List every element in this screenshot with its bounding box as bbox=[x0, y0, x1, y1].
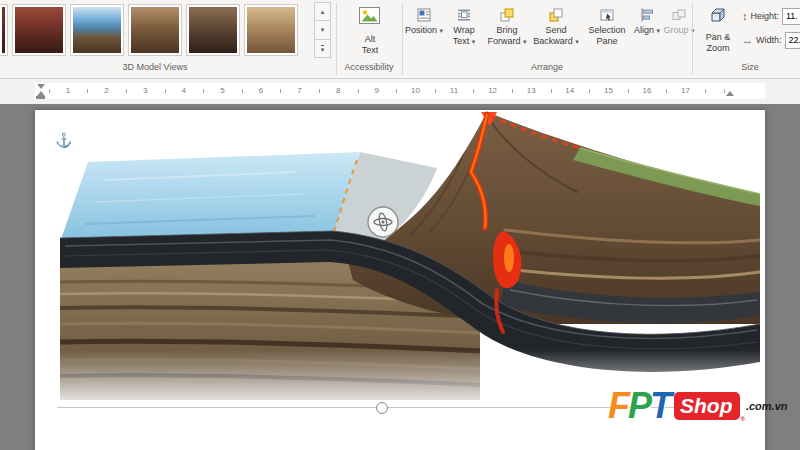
width-spinbox: ▲▼ bbox=[785, 32, 800, 49]
wrap-text-button[interactable]: Wrap Text ▾ bbox=[444, 2, 484, 60]
fpt-letter-t: T bbox=[650, 388, 670, 424]
pan-zoom-label: Pan & Zoom bbox=[701, 32, 735, 53]
group-label-accessibility: Accessibility bbox=[336, 62, 402, 72]
gallery-scroll-up-button[interactable]: ▴ bbox=[314, 2, 331, 21]
right-indent-marker[interactable] bbox=[726, 91, 734, 96]
width-row: ↔ Width: ▲▼ bbox=[742, 30, 800, 50]
ruler-number: 8 bbox=[336, 86, 340, 95]
alt-text-button[interactable]: Alt Text bbox=[340, 2, 400, 60]
height-row: ↕ Height: ▲▼ bbox=[742, 6, 800, 26]
model-view-thumbnail[interactable] bbox=[0, 4, 8, 56]
left-indent-marker[interactable] bbox=[36, 96, 45, 99]
chevron-down-icon: ▾ bbox=[575, 38, 579, 45]
arrange-group: Position ▾ Wrap Text ▾ Bring Forward ▾ S… bbox=[404, 2, 696, 60]
ruler-number: 5 bbox=[220, 86, 224, 95]
selection-pane-button[interactable]: Selection Pane bbox=[582, 2, 632, 60]
model-view-thumbnail[interactable] bbox=[128, 4, 182, 56]
model-view-thumbnail[interactable] bbox=[186, 4, 240, 56]
ruler-number: 15 bbox=[604, 86, 613, 95]
gallery-scroll-down-button[interactable]: ▾ bbox=[314, 21, 331, 39]
ruler-number: 16 bbox=[643, 86, 652, 95]
bring-forward-button[interactable]: Bring Forward ▾ bbox=[484, 2, 530, 60]
width-input[interactable] bbox=[786, 33, 800, 48]
gallery-scroll-controls: ▴ ▾ ▾ bbox=[314, 2, 331, 58]
gallery-more-button[interactable]: ▾ bbox=[314, 40, 331, 58]
ruler-number: 10 bbox=[411, 86, 420, 95]
group-label-arrange: Arrange bbox=[402, 62, 692, 72]
ruler-number: 11 bbox=[450, 86, 458, 95]
selection-resize-handle[interactable] bbox=[376, 402, 388, 414]
chevron-down-icon: ▾ bbox=[657, 27, 661, 34]
model-view-thumbnail[interactable] bbox=[70, 4, 124, 56]
word-window: ▴ ▾ ▾ 3D Model Views Alt Text Accessibil… bbox=[0, 0, 800, 450]
ruler-number: 7 bbox=[297, 86, 301, 95]
height-label: Height: bbox=[751, 11, 780, 21]
pan-zoom-button[interactable]: Pan & Zoom bbox=[696, 2, 740, 60]
ruler-number: 6 bbox=[259, 86, 263, 95]
fpt-letter-p: P bbox=[628, 388, 650, 424]
gallery-more-icon: ▾ bbox=[321, 45, 325, 52]
position-icon bbox=[416, 5, 432, 25]
height-input[interactable] bbox=[783, 9, 800, 24]
ruler: 1234567891011121314151617 bbox=[0, 79, 800, 104]
ruler-track: 1234567891011121314151617 bbox=[35, 83, 765, 99]
width-label: Width: bbox=[756, 35, 782, 45]
model-views-gallery bbox=[0, 2, 298, 58]
ruler-number: 17 bbox=[681, 86, 690, 95]
group-button: Group ▾ bbox=[662, 2, 696, 60]
ruler-number: 14 bbox=[565, 86, 574, 95]
ruler-number: 4 bbox=[182, 86, 186, 95]
send-backward-button[interactable]: Send Backward ▾ bbox=[530, 2, 582, 60]
3d-model-object[interactable] bbox=[35, 110, 765, 410]
selection-pane-icon bbox=[599, 5, 615, 25]
align-button[interactable]: Align ▾ bbox=[632, 2, 662, 60]
ruler-number: 3 bbox=[143, 86, 147, 95]
fpt-shop-badge: Shop bbox=[674, 392, 740, 420]
fpt-domain: .com.vn bbox=[746, 400, 788, 412]
chevron-down-icon: ▾ bbox=[523, 38, 527, 45]
ruler-number: 9 bbox=[375, 86, 379, 95]
group-label-3d-model-views: 3D Model Views bbox=[0, 62, 310, 72]
ribbon: ▴ ▾ ▾ 3D Model Views Alt Text Accessibil… bbox=[0, 0, 800, 79]
size-fields: ↕ Height: ▲▼ ↔ Width: ▲▼ bbox=[742, 6, 800, 54]
alt-text-icon bbox=[358, 5, 382, 31]
wrap-text-icon bbox=[456, 5, 472, 25]
ruler-number: 2 bbox=[104, 86, 108, 95]
first-line-indent-marker[interactable] bbox=[37, 84, 45, 89]
height-spinbox: ▲▼ bbox=[782, 8, 800, 25]
group-label-size: Size bbox=[692, 62, 800, 72]
pan-zoom-cube-icon bbox=[708, 5, 728, 29]
registered-mark: ® bbox=[741, 416, 745, 422]
fpt-letter-f: F bbox=[608, 388, 628, 424]
model-view-thumbnail[interactable] bbox=[244, 4, 298, 56]
ruler-number: 13 bbox=[527, 86, 536, 95]
rotate-3d-handle[interactable] bbox=[368, 207, 398, 237]
alt-text-label: Alt Text bbox=[356, 34, 384, 55]
width-icon: ↔ bbox=[742, 34, 753, 46]
model-view-thumbnail[interactable] bbox=[12, 4, 66, 56]
align-icon bbox=[639, 5, 655, 25]
bring-forward-icon bbox=[499, 5, 515, 25]
chevron-down-icon: ▾ bbox=[472, 38, 476, 45]
ruler-number: 1 bbox=[66, 86, 70, 95]
ruler-number: 12 bbox=[488, 86, 497, 95]
height-icon: ↕ bbox=[742, 10, 748, 22]
chevron-down-icon: ▾ bbox=[440, 27, 444, 34]
position-button[interactable]: Position ▾ bbox=[404, 2, 444, 60]
group-icon bbox=[671, 5, 687, 25]
fpt-shop-watermark: F P T Shop ® .com.vn bbox=[608, 388, 788, 424]
send-backward-icon bbox=[548, 5, 564, 25]
